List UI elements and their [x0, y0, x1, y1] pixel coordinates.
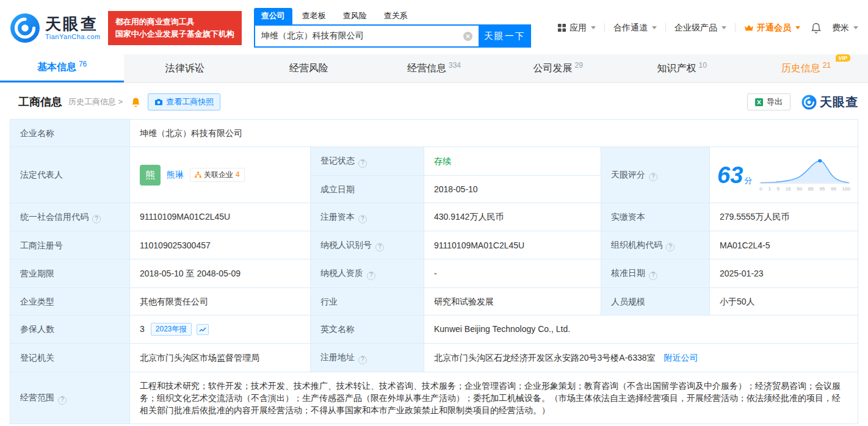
camera-icon — [154, 98, 163, 106]
help-icon[interactable]: ? — [58, 396, 67, 405]
help-icon[interactable]: ? — [649, 173, 657, 181]
nav-open-vip[interactable]: 开通会员 — [744, 23, 800, 34]
table-row: 经营范围? 工程和技术研究；软件开发；技术开发、技术推广、技术转让、技术咨询、技… — [10, 372, 858, 424]
search-button[interactable]: 天眼一下 — [479, 24, 531, 48]
tab-intellectual-property[interactable]: 知识产权10 — [620, 54, 744, 82]
insured-count: 3 — [140, 323, 145, 335]
table-row: 统一社会信用代码? 91110109MA01C2L45U 注册资本? 430.9… — [10, 203, 858, 231]
search-row: 天眼一下 — [254, 24, 531, 48]
section-bar: 工商信息 历史工商信息 > 查看工商快照 导出 — [0, 83, 868, 118]
taxpayer-id-value: 91110109MA01C2L45U — [424, 231, 601, 259]
subscribe-bell-icon[interactable] — [131, 97, 140, 107]
table-row: 法定代表人 熊 熊琳 关联企业 4 — [10, 147, 858, 175]
tab-label: 经营风险 — [289, 62, 328, 75]
tab-legal-proceedings[interactable]: 法律诉讼 — [124, 54, 248, 82]
nav-partner[interactable]: 合作通道 — [613, 23, 657, 34]
view-snapshot-button[interactable]: 查看工商快照 — [148, 93, 220, 110]
tab-company-development[interactable]: 公司发展29 — [496, 54, 620, 82]
legal-rep-link[interactable]: 熊琳 — [167, 168, 184, 181]
corner-logo: 天眼查 — [801, 94, 858, 110]
nav-apps[interactable]: 应用 — [557, 23, 596, 34]
search-tab-risk[interactable]: 查风险 — [336, 8, 374, 24]
chevron-down-icon — [853, 26, 858, 29]
help-icon[interactable]: ? — [367, 272, 375, 280]
tab-label: 公司发展 — [533, 62, 572, 75]
score-number: 63分 — [717, 164, 752, 187]
tab-business-info[interactable]: 经营信息334 — [372, 54, 496, 82]
search-area: 查公司 查老板 查风险 查关系 天眼一下 — [254, 8, 531, 48]
tab-count: 21 — [823, 61, 831, 70]
tianyancha-logo-icon — [10, 13, 40, 43]
nav-enterprise-label: 企业级产品 — [675, 23, 717, 34]
english-name-value: Kunwei Beijing Technology Co., Ltd. — [424, 315, 858, 343]
tianyan-score-value[interactable]: 63分 0151550859599100 — [710, 147, 858, 203]
reg-status-value: 存续 — [424, 147, 601, 175]
legal-rep-label: 法定代表人 — [10, 147, 130, 203]
related-count: 4 — [236, 170, 240, 180]
paid-capital-label: 实缴资本 — [601, 203, 710, 231]
help-icon[interactable]: ? — [375, 243, 384, 251]
corner-brand: 天眼查 — [820, 94, 858, 110]
search-tab-boss[interactable]: 查老板 — [295, 8, 333, 24]
search-tab-relation[interactable]: 查关系 — [377, 8, 415, 24]
tianyan-score-label: 天眼评分? — [601, 147, 710, 203]
help-icon[interactable]: ? — [358, 159, 367, 168]
company-name-label: 企业名称 — [10, 120, 130, 147]
related-companies-tag[interactable]: 关联企业 4 — [190, 168, 245, 182]
history-business-info-link[interactable]: 历史工商信息 > — [68, 96, 123, 107]
tab-label: 历史信息 — [781, 62, 820, 75]
section-bar-right: 导出 天眼查 — [747, 93, 858, 110]
chevron-down-icon — [722, 26, 726, 29]
site-header: 天眼查 TianYanCha.com 都在用的商业查询工具 国家中小企业发展子基… — [0, 0, 868, 54]
chevron-down-icon — [591, 26, 596, 29]
tab-label: 法律诉讼 — [165, 62, 204, 75]
tab-label: 经营信息 — [407, 62, 446, 75]
reg-capital-label: 注册资本? — [311, 203, 424, 231]
tab-basic-info[interactable]: 基本信息76 — [0, 54, 124, 82]
help-icon[interactable]: ? — [92, 215, 101, 223]
tab-operating-risk[interactable]: 经营风险 — [248, 54, 372, 82]
reg-authority-label: 登记机关 — [10, 344, 130, 372]
snapshot-label: 查看工商快照 — [166, 96, 214, 107]
notification-bell-icon[interactable] — [811, 23, 821, 34]
trend-chart-icon[interactable] — [197, 324, 209, 335]
tab-count: 76 — [79, 60, 87, 68]
legal-rep-value: 熊 熊琳 关联企业 4 — [130, 147, 311, 203]
reg-authority-value: 北京市门头沟区市场监督管理局 — [130, 344, 311, 372]
establish-date-label: 成立日期 — [311, 175, 424, 203]
clear-search-icon[interactable] — [463, 31, 473, 42]
credit-code-label: 统一社会信用代码? — [10, 203, 130, 231]
legal-rep-avatar[interactable]: 熊 — [140, 165, 161, 186]
vip-badge: VIP — [836, 54, 851, 62]
annual-report-link[interactable]: 2023年报 — [151, 323, 192, 336]
industry-label: 行业 — [311, 287, 424, 315]
org-code-value: MA01C2L4-5 — [710, 231, 858, 259]
tab-count: 10 — [699, 61, 707, 70]
help-icon[interactable]: ? — [358, 215, 367, 223]
export-button[interactable]: 导出 — [747, 93, 790, 110]
help-icon[interactable]: ? — [666, 243, 675, 251]
nearby-companies-link[interactable]: 附近公司 — [664, 353, 698, 363]
chevron-down-icon — [795, 26, 800, 29]
table-row: 营业期限 2018-05-10 至 2048-05-09 纳税人资质? - 核准… — [10, 259, 858, 287]
nav-enterprise[interactable]: 企业级产品 — [675, 23, 726, 34]
chevron-down-icon — [652, 26, 657, 29]
search-input[interactable] — [255, 26, 479, 46]
business-info-table: 企业名称 坤维（北京）科技有限公司 法定代表人 熊 熊琳 关联企 — [10, 119, 858, 424]
tianyancha-logo[interactable]: 天眼查 TianYanCha.com — [10, 13, 101, 43]
company-name-value: 坤维（北京）科技有限公司 — [130, 120, 858, 147]
nav-open-vip-label: 开通会员 — [757, 23, 791, 34]
industry-value: 研究和试验发展 — [424, 287, 601, 315]
apps-grid-icon — [557, 23, 566, 32]
table-row: 参保人数 3 2023年报 英文名称 Kunwei Beijing Techno… — [10, 315, 858, 343]
search-tab-company[interactable]: 查公司 — [254, 8, 292, 24]
search-tabs: 查公司 查老板 查风险 查关系 — [254, 8, 531, 24]
help-icon[interactable]: ? — [358, 356, 367, 364]
tab-label: 基本信息 — [37, 61, 76, 74]
help-icon[interactable]: ? — [649, 272, 657, 280]
excel-icon — [755, 98, 763, 106]
tab-history-info[interactable]: 历史信息21VIP — [744, 54, 868, 82]
score-distribution-chart: 0151550859599100 — [759, 157, 850, 193]
business-term-value: 2018-05-10 至 2048-05-09 — [130, 259, 311, 287]
nav-user[interactable]: 费米 — [832, 23, 858, 34]
